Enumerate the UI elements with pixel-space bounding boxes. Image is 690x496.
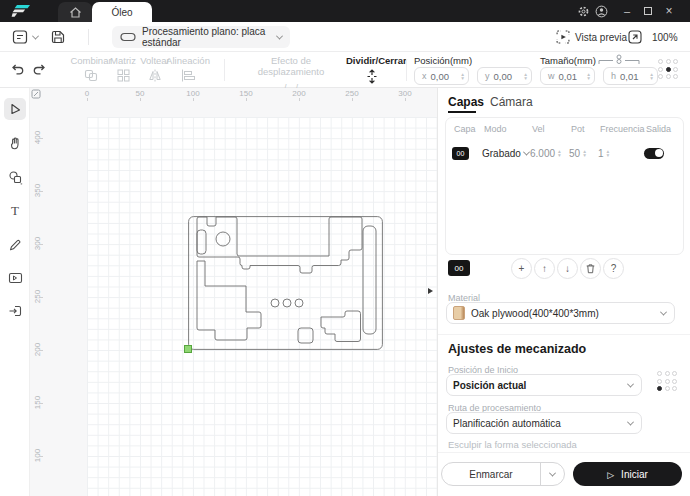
array-button[interactable]: Matriz bbox=[106, 55, 140, 86]
design-shape-top[interactable] bbox=[197, 217, 362, 273]
chevron-down-icon bbox=[32, 32, 39, 39]
layer-power-input[interactable]: 50 bbox=[569, 148, 598, 159]
design-slot-tall[interactable] bbox=[363, 226, 376, 334]
design-shape-bottom-right[interactable] bbox=[321, 311, 361, 342]
preview-label: Vista previa bbox=[575, 32, 627, 43]
frame-button[interactable]: Enmarcar bbox=[441, 462, 565, 486]
design-hole-large[interactable] bbox=[216, 232, 230, 246]
wood-swatch-icon bbox=[453, 306, 465, 320]
design-hole-2[interactable] bbox=[283, 299, 291, 307]
design-square-small[interactable] bbox=[298, 328, 313, 343]
frame-options-button[interactable] bbox=[540, 463, 564, 485]
design-outline[interactable] bbox=[189, 217, 383, 350]
align-icon bbox=[181, 69, 195, 82]
design-hole-3[interactable] bbox=[295, 299, 303, 307]
save-icon bbox=[50, 29, 66, 45]
document-tab-label: Óleo bbox=[111, 7, 132, 18]
tab-camera[interactable]: Cámara bbox=[490, 95, 533, 109]
media-tool[interactable] bbox=[4, 267, 26, 289]
add-layer-button[interactable]: + bbox=[511, 258, 532, 279]
stepper-icon[interactable] bbox=[558, 149, 561, 158]
route-select[interactable]: Planificación automática bbox=[446, 412, 642, 434]
pan-tool[interactable] bbox=[4, 132, 26, 154]
stepper-icon[interactable] bbox=[524, 72, 527, 81]
preview-button[interactable]: Vista previa bbox=[556, 22, 627, 52]
align-label: Alineación bbox=[162, 55, 214, 66]
align-button[interactable]: Alineación bbox=[162, 55, 214, 86]
stepper-icon[interactable] bbox=[607, 149, 610, 158]
anchor-point-selector[interactable] bbox=[658, 59, 678, 79]
selected-layer-badge[interactable]: 00 bbox=[448, 260, 470, 276]
start-position-select[interactable]: Posición actual bbox=[446, 374, 642, 396]
fit-view-button[interactable] bbox=[628, 30, 642, 44]
panel-collapse-arrow[interactable] bbox=[428, 288, 433, 294]
position-x-input[interactable]: x 0,00 bbox=[414, 67, 469, 85]
selection-handle[interactable] bbox=[184, 345, 192, 353]
fit-view-icon bbox=[628, 30, 642, 44]
offset-label: Efecto de desplazamiento bbox=[240, 55, 342, 77]
move-layer-up-button[interactable]: ↑ bbox=[534, 258, 555, 279]
layer-output-toggle[interactable] bbox=[644, 148, 664, 159]
text-tool[interactable]: T bbox=[4, 200, 26, 222]
lock-ratio-icon[interactable] bbox=[596, 54, 642, 65]
position-y-input[interactable]: y 0,00 bbox=[477, 67, 532, 85]
h-prefix: h bbox=[611, 71, 616, 81]
start-anchor-selector[interactable] bbox=[657, 371, 677, 391]
layer-color-swatch[interactable]: 00 bbox=[452, 147, 469, 160]
redo-button[interactable] bbox=[33, 62, 47, 76]
media-frame-icon bbox=[8, 271, 23, 285]
stepper-icon[interactable] bbox=[650, 72, 653, 81]
layer-speed-input[interactable]: 6.000 bbox=[530, 148, 569, 159]
design-shape-left[interactable] bbox=[197, 261, 261, 340]
machine-selector[interactable]: Procesamiento plano: placa estándar bbox=[112, 26, 290, 48]
document-tab[interactable]: Óleo bbox=[92, 2, 152, 22]
settings-gear-icon[interactable] bbox=[576, 0, 590, 22]
stepper-icon[interactable] bbox=[583, 149, 586, 158]
select-tool[interactable] bbox=[4, 98, 26, 120]
h-value: 0,01 bbox=[620, 71, 646, 82]
canvas-fit-icon[interactable] bbox=[31, 89, 41, 99]
maximize-button[interactable] bbox=[641, 0, 655, 22]
tab-layers[interactable]: Capas bbox=[448, 95, 484, 109]
close-button[interactable]: × bbox=[662, 0, 676, 22]
design-slot-small[interactable] bbox=[197, 230, 206, 254]
tool-sidebar: T bbox=[0, 88, 30, 496]
account-icon[interactable] bbox=[594, 0, 608, 22]
pen-tool[interactable] bbox=[4, 234, 26, 256]
stepper-icon[interactable] bbox=[461, 72, 464, 81]
save-button[interactable] bbox=[50, 29, 66, 45]
toolbar-separator bbox=[88, 29, 89, 45]
zoom-level-value: 100% bbox=[652, 32, 678, 43]
new-file-button[interactable] bbox=[12, 29, 38, 45]
minimize-button[interactable]: – bbox=[620, 0, 634, 22]
file-icon bbox=[12, 29, 29, 45]
start-button[interactable]: Iniciar bbox=[573, 462, 682, 486]
design-drawing[interactable] bbox=[188, 216, 383, 350]
close-icon: × bbox=[665, 4, 672, 18]
toolbar-separator bbox=[224, 59, 225, 81]
layer-frequency-input[interactable]: 1 bbox=[598, 148, 644, 159]
home-tab[interactable] bbox=[58, 2, 92, 22]
layer-mode-select[interactable]: Grabado bbox=[482, 148, 530, 159]
import-tool[interactable] bbox=[4, 300, 26, 322]
help-button[interactable]: ? bbox=[603, 258, 624, 279]
app-logo-icon[interactable] bbox=[10, 4, 34, 18]
array-icon bbox=[117, 69, 130, 82]
zoom-level[interactable]: 100% bbox=[652, 22, 678, 52]
right-panel: Capas Cámara Capa Modo Vel Pot Frecuenci… bbox=[437, 88, 690, 496]
move-layer-down-button[interactable]: ↓ bbox=[557, 258, 578, 279]
tab-layers-underline bbox=[448, 111, 476, 113]
delete-layer-button[interactable] bbox=[580, 258, 601, 279]
material-select[interactable]: Oak plywood(400*400*3mm) bbox=[446, 302, 675, 324]
stepper-icon[interactable] bbox=[587, 72, 590, 81]
trash-icon bbox=[585, 263, 596, 274]
layer-row[interactable]: 00 Grabado 6.000 50 1 bbox=[446, 140, 683, 166]
size-h-input[interactable]: h 0,01 bbox=[603, 67, 658, 85]
design-hole-1[interactable] bbox=[271, 299, 279, 307]
canvas-area[interactable]: 0 50 100 150 200 250 300 400 350 300 250… bbox=[30, 88, 437, 496]
shapes-tool[interactable] bbox=[4, 166, 26, 188]
undo-button[interactable] bbox=[10, 62, 24, 76]
divide-button[interactable]: Dividir/Cerrar bbox=[346, 55, 398, 88]
size-w-input[interactable]: w 0,01 bbox=[540, 67, 595, 85]
material-value: Oak plywood(400*400*3mm) bbox=[471, 308, 655, 319]
